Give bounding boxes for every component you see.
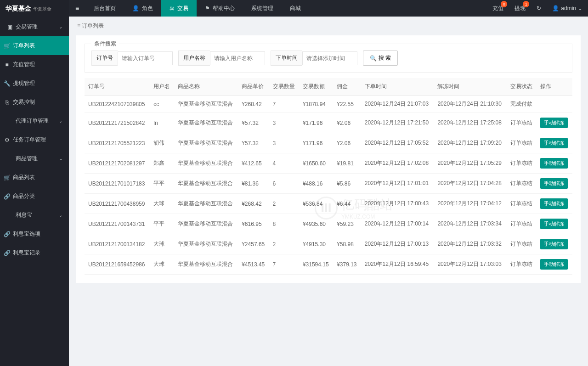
table-cell: 2020年12月12日 17:04:12: [434, 194, 507, 214]
table-cell: 2020年12月12日 17:00:14: [361, 214, 434, 234]
sidebar-item[interactable]: 商品管理⌄: [0, 149, 69, 168]
table-cell: ¥2457.65: [238, 234, 269, 254]
time-input[interactable]: [302, 51, 357, 65]
sidebar-item-label: 交易控制: [13, 98, 35, 106]
recharge-link[interactable]: 充值 0: [487, 0, 509, 17]
search-button[interactable]: 🔍 搜 索: [363, 51, 398, 66]
table-cell: 2020年12月12日 17:05:52: [361, 133, 434, 153]
unfreeze-button[interactable]: 手动解冻: [540, 178, 568, 189]
refresh-icon[interactable]: ↻: [531, 0, 547, 17]
sidebar-item[interactable]: 🛒订单列表: [0, 36, 69, 55]
menu-icon: 🔗: [4, 231, 10, 237]
unfreeze-button[interactable]: 手动解冻: [540, 239, 568, 249]
menu-icon: ⎘: [4, 99, 10, 106]
table-header: 商品单价: [238, 78, 269, 96]
withdraw-badge: 1: [523, 1, 529, 7]
chevron-down-icon: ⌄: [59, 156, 62, 161]
menu-icon: 🔗: [4, 193, 10, 200]
table-cell: 完成付款: [507, 96, 537, 113]
table-cell: 2020年12月12日 17:00:43: [361, 194, 434, 214]
nav-icon: ⚖: [170, 5, 175, 11]
username-label: 用户名称: [178, 51, 210, 66]
sidebar-item[interactable]: 代理订单管理⌄: [0, 112, 69, 130]
table-cell: ¥379.13: [333, 254, 361, 275]
sidebar-item[interactable]: 🔗利息宝选项: [0, 225, 69, 243]
sidebar-item-label: 利息宝记录: [13, 249, 40, 257]
sidebar-item[interactable]: ⎘交易控制: [0, 93, 69, 112]
sidebar-item-label: 代理订单管理: [16, 117, 49, 125]
breadcrumb-text: 订单列表: [82, 23, 104, 29]
table-cell: 订单冻结: [507, 174, 537, 194]
search-legend: 条件搜索: [91, 40, 119, 48]
unfreeze-button[interactable]: 手动解冻: [540, 138, 568, 148]
username-input[interactable]: [210, 51, 265, 65]
sidebar-item-label: 利息宝选项: [13, 230, 40, 238]
table-cell: UB2012121700143731: [85, 214, 150, 234]
table-cell: 2020年12月12日 17:09:20: [434, 133, 507, 153]
table-cell: 华夏基金移动互联混合: [174, 96, 238, 113]
sidebar-item[interactable]: ■充值管理: [0, 55, 69, 74]
nav-label: 交易: [177, 5, 188, 12]
sidebar-item-label: 商品列表: [13, 174, 35, 181]
table-cell: 2020年12月12日 16:59:45: [361, 254, 434, 275]
recharge-badge: 0: [501, 1, 507, 7]
table-header: 下单时间: [361, 78, 434, 96]
table-cell: 2020年12月12日 17:05:29: [434, 153, 507, 174]
sidebar-item[interactable]: 🛒商品列表: [0, 168, 69, 187]
sidebar: 华夏基金 华夏基金 ▣交易管理⌄🛒订单列表■充值管理🔧提现管理⎘交易控制代理订单…: [0, 0, 69, 366]
table-cell: 大球: [150, 194, 174, 214]
nav-label: 系统管理: [251, 5, 273, 12]
top-nav-item[interactable]: 商城: [282, 0, 309, 17]
chevron-down-icon: ⌄: [59, 118, 62, 124]
sidebar-item[interactable]: 利息宝⌄: [0, 206, 69, 225]
table-row: UB2012121700134182大球华夏基金移动互联混合¥2457.652¥…: [85, 234, 572, 254]
withdraw-link[interactable]: 提现 1: [509, 0, 531, 17]
unfreeze-button[interactable]: 手动解冻: [540, 118, 568, 128]
table-cell: 2020年12月12日 17:01:01: [361, 174, 434, 194]
top-nav-item[interactable]: 👤角色: [124, 0, 161, 17]
sidebar-item[interactable]: 🔗商品分类: [0, 187, 69, 206]
unfreeze-button[interactable]: 手动解冻: [540, 198, 568, 209]
top-nav-item[interactable]: 后台首页: [85, 0, 124, 17]
table-cell: 华夏基金移动互联混合: [174, 174, 238, 194]
table-cell: 华夏基金移动互联混合: [174, 254, 238, 275]
order-id-input[interactable]: [118, 51, 173, 65]
sidebar-item[interactable]: 🔗利息宝记录: [0, 243, 69, 262]
breadcrumb: 订单列表: [69, 17, 588, 35]
table-cell: 2020年12月12日 17:04:28: [434, 174, 507, 194]
table-cell: ¥57.32: [238, 133, 269, 153]
table-cell: 2020年12月12日 17:03:32: [434, 234, 507, 254]
table-cell: ¥58.98: [333, 234, 361, 254]
menu-icon: 🔧: [4, 80, 10, 87]
table-cell: 订单冻结: [507, 194, 537, 214]
table-cell: UB2012121705521223: [85, 133, 150, 153]
table-header: 操作: [537, 78, 572, 96]
nav-icon: 👤: [132, 5, 139, 11]
sidebar-item-label: 提现管理: [13, 79, 35, 87]
sidebar-item[interactable]: ▣交易管理⌄: [0, 17, 69, 36]
menu-icon: ⚙: [4, 137, 10, 143]
sidebar-item[interactable]: 🔧提现管理: [0, 74, 69, 93]
table-cell: 胡伟: [150, 133, 174, 153]
unfreeze-button[interactable]: 手动解冻: [540, 158, 568, 169]
sidebar-item[interactable]: ⚙任务订单管理: [0, 130, 69, 149]
menu-toggle-icon[interactable]: ≡: [69, 5, 85, 12]
table-cell: UB2012242107039805: [85, 96, 150, 113]
table-header: 用户名: [150, 78, 174, 96]
table-cell: 2020年12月12日 17:25:08: [434, 113, 507, 133]
top-nav-item[interactable]: 系统管理: [243, 0, 282, 17]
chevron-down-icon: ⌄: [578, 5, 582, 11]
main-panel: 条件搜索 订单号 用户名称 下单时间: [76, 35, 581, 283]
table-row: UB2012121721502842ln华夏基金移动互联混合¥57.323¥17…: [85, 113, 572, 133]
unfreeze-button[interactable]: 手动解冻: [540, 219, 568, 229]
table-cell: 大球: [150, 254, 174, 275]
nav-label: 帮助中心: [213, 5, 235, 12]
unfreeze-button[interactable]: 手动解冻: [540, 259, 568, 270]
table-cell: ¥1878.94: [299, 96, 333, 113]
table-cell: ¥57.32: [238, 113, 269, 133]
user-icon: 👤: [552, 5, 559, 11]
top-nav-item[interactable]: ⚖交易: [161, 0, 197, 17]
user-menu[interactable]: 👤 admin ⌄: [547, 0, 588, 17]
top-nav-item[interactable]: ⚑帮助中心: [197, 0, 243, 17]
sidebar-item-label: 商品分类: [13, 192, 35, 200]
